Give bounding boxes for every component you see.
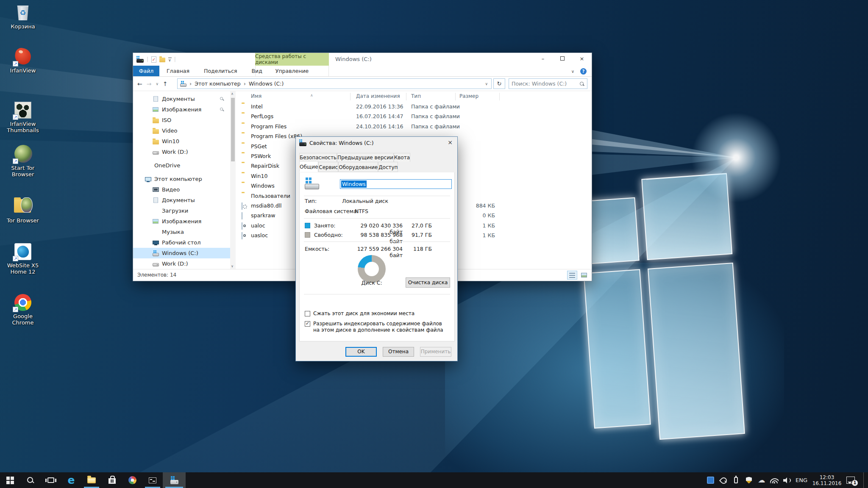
column-header-type[interactable]: Тип: [411, 93, 421, 99]
sidebar-item[interactable]: OneDrive: [133, 160, 236, 171]
desktop-icon-tor-browser-folder[interactable]: Tor Browser: [3, 197, 42, 224]
language-indicator[interactable]: ENG: [796, 477, 807, 483]
dialog-tab[interactable]: Квота: [394, 153, 410, 162]
apply-button[interactable]: Применить: [420, 347, 451, 357]
title-bar[interactable]: | ✓ ∨ | Средства работы с дисками Window…: [133, 53, 592, 66]
compress-checkbox-row[interactable]: Сжать этот диск для экономии места: [305, 311, 415, 317]
sidebar-item[interactable]: Изображения: [133, 104, 236, 115]
refresh-button[interactable]: ↻: [493, 78, 505, 89]
disk-cleanup-button[interactable]: Очистка диска: [406, 277, 450, 288]
help-icon[interactable]: ?: [580, 68, 587, 75]
dialog-close-button[interactable]: ×: [443, 137, 457, 149]
taskbar-search-button[interactable]: [20, 472, 41, 488]
search-input[interactable]: Поиск: Windows (C:): [509, 78, 587, 89]
tab-share[interactable]: Поделиться: [197, 66, 245, 76]
desktop-icon-irfanview-thumbnails[interactable]: ↗ IrfanView Thumbnails: [3, 101, 42, 133]
compress-checkbox[interactable]: [305, 311, 310, 316]
sidebar-item[interactable]: Windows (C:): [133, 248, 236, 258]
column-header-size[interactable]: Размер: [459, 93, 479, 99]
expand-ribbon-chevron-icon[interactable]: ∨: [571, 69, 574, 74]
sidebar-item[interactable]: Музыка: [133, 227, 236, 237]
minimize-button[interactable]: –: [533, 53, 553, 66]
clock[interactable]: 12:03 16.11.2016: [812, 474, 842, 486]
task-view-button[interactable]: [41, 472, 61, 488]
breadcrumb-current[interactable]: Windows (C:): [249, 80, 284, 87]
dialog-tab[interactable]: Общие: [299, 161, 318, 172]
desktop-icon-recycle-bin[interactable]: ♻ Корзина: [3, 3, 42, 30]
dialog-tab[interactable]: Предыдущие версии: [337, 153, 394, 162]
dialog-title-bar[interactable]: Свойства: Windows (C:) ×: [296, 137, 457, 149]
scroll-down-icon[interactable]: ∨: [231, 264, 234, 268]
sidebar-item[interactable]: Документы: [133, 195, 236, 205]
up-button[interactable]: ↑: [163, 80, 168, 87]
forward-button[interactable]: →: [147, 80, 152, 87]
tray-network-button[interactable]: [770, 476, 779, 485]
desktop-icon-start-tor-browser[interactable]: ↗ Start Tor Browser: [3, 145, 42, 177]
contextual-tab-header[interactable]: Средства работы с дисками: [255, 53, 329, 66]
new-folder-icon[interactable]: [159, 58, 165, 62]
column-header-date[interactable]: Дата изменения: [356, 93, 400, 99]
sidebar-item[interactable]: Рабочий стол: [133, 237, 236, 248]
sidebar-item[interactable]: Win10: [133, 136, 236, 147]
ok-button[interactable]: OK: [345, 347, 377, 357]
taskbar-paint-button[interactable]: [122, 472, 142, 488]
file-row[interactable]: PerfLogs 16.07.2016 14:47 Папка с файлам…: [236, 112, 592, 122]
tab-home[interactable]: Главная: [159, 66, 197, 76]
volume-label-input[interactable]: Windows: [340, 179, 452, 189]
start-button[interactable]: [0, 472, 20, 488]
taskbar-cmd-button[interactable]: [142, 472, 163, 488]
desktop-icon-google-chrome[interactable]: ↗ Google Chrome: [3, 293, 42, 326]
column-header-name[interactable]: Имя: [251, 93, 262, 99]
file-row[interactable]: Intel 22.09.2016 13:36 Папка с файлами: [236, 102, 592, 112]
tab-manage[interactable]: Управление: [255, 66, 329, 76]
breadcrumb-root[interactable]: Этот компьютер: [195, 80, 241, 87]
taskbar-store-button[interactable]: [102, 472, 122, 488]
dialog-tab[interactable]: Оборудование: [338, 162, 378, 172]
tab-file[interactable]: Файл: [133, 66, 159, 76]
desktop-icon-irfanview[interactable]: ↗ IrfanView: [3, 47, 42, 74]
sidebar-item[interactable]: Изображения: [133, 216, 236, 227]
sidebar-item[interactable]: Work (D:): [133, 147, 236, 157]
sidebar-item[interactable]: ISO: [133, 115, 236, 125]
taskbar-edge-button[interactable]: e: [61, 472, 81, 488]
details-view-button[interactable]: [567, 271, 577, 280]
sidebar-item[interactable]: Этот компьютер: [133, 174, 236, 184]
scrollbar-thumb[interactable]: [231, 98, 235, 161]
action-center-button[interactable]: 1: [846, 477, 855, 484]
breadcrumb[interactable]: › Этот компьютер › Windows (C:) ∨: [177, 78, 492, 89]
dialog-tab[interactable]: Безопасность: [299, 153, 337, 162]
taskbar-file-explorer-button[interactable]: [81, 472, 102, 488]
desktop-icon-website-x5[interactable]: ↗ WebSite X5 Home 12: [3, 242, 42, 275]
tray-onedrive-button[interactable]: ☁: [757, 476, 766, 485]
dialog-tab[interactable]: Сервис: [318, 162, 338, 172]
recent-locations-chevron-icon[interactable]: ∨: [156, 82, 159, 86]
tray-app-button[interactable]: [707, 476, 715, 485]
taskbar-drive-properties-button[interactable]: [163, 472, 186, 488]
customize-toolbar-chevron-icon[interactable]: ∨: [168, 56, 171, 62]
sidebar-item[interactable]: Документы: [133, 94, 236, 104]
tray-radar-button[interactable]: [719, 476, 728, 485]
dialog-tab[interactable]: Доступ: [378, 162, 398, 172]
tray-security-button[interactable]: [745, 476, 753, 485]
properties-check-icon[interactable]: ✓: [151, 56, 156, 63]
nav-scrollbar[interactable]: ∧ ∨: [230, 91, 236, 269]
thumbnails-view-button[interactable]: [579, 271, 589, 280]
show-desktop-button[interactable]: [863, 472, 866, 488]
sidebar-item[interactable]: Загрузки: [133, 205, 236, 216]
file-row[interactable]: Program Files 24.10.2016 14:16 Папка с ф…: [236, 122, 592, 132]
sidebar-item[interactable]: Video: [133, 125, 236, 136]
tray-volume-button[interactable]: [783, 476, 791, 485]
close-button[interactable]: ×: [572, 53, 592, 66]
cancel-button[interactable]: Отмена: [383, 347, 414, 357]
tray-usb-button[interactable]: [732, 476, 740, 485]
address-dropdown-chevron-icon[interactable]: ∨: [485, 82, 488, 86]
desktop-icon-label: Корзина: [3, 23, 42, 30]
sidebar-item[interactable]: Видео: [133, 184, 236, 195]
indexing-checkbox-row[interactable]: Разрешить индексировать содержимое файло…: [305, 321, 445, 333]
sidebar-item[interactable]: Work (D:): [133, 258, 236, 269]
sidebar-item-icon: [152, 117, 159, 123]
scroll-up-icon[interactable]: ∧: [231, 92, 234, 96]
back-button[interactable]: ←: [137, 80, 142, 87]
maximize-button[interactable]: [553, 53, 572, 66]
indexing-checkbox[interactable]: [305, 321, 310, 327]
